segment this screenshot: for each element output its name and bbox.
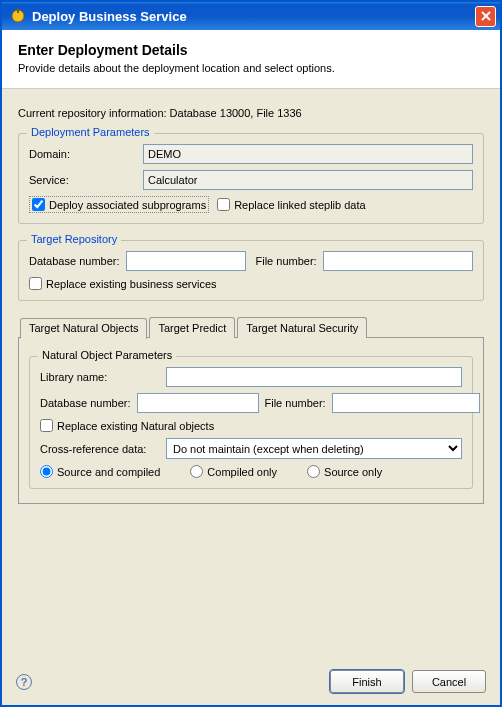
- natural-object-params-group: Natural Object Parameters Library name: …: [29, 356, 473, 489]
- page-title: Enter Deployment Details: [18, 42, 484, 58]
- radio-source-compiled-label: Source and compiled: [57, 466, 160, 478]
- target-file-label: File number:: [256, 255, 317, 267]
- app-icon: [10, 8, 26, 24]
- replace-steplib-checkbox[interactable]: Replace linked steplib data: [217, 198, 365, 211]
- target-db-label: Database number:: [29, 255, 120, 267]
- nat-db-label: Database number:: [40, 397, 131, 409]
- tab-panel-natural-objects: Natural Object Parameters Library name: …: [18, 337, 484, 504]
- cancel-button[interactable]: Cancel: [412, 670, 486, 693]
- nat-db-input[interactable]: [137, 393, 259, 413]
- page-subtitle: Provide details about the deployment loc…: [18, 62, 484, 74]
- footer-bar: ? Finish Cancel: [2, 662, 500, 705]
- tab-target-natural-objects[interactable]: Target Natural Objects: [20, 318, 147, 339]
- cross-ref-select[interactable]: Do not maintain (except when deleting): [166, 438, 462, 459]
- radio-source-compiled[interactable]: Source and compiled: [40, 465, 160, 478]
- library-input[interactable]: [166, 367, 462, 387]
- replace-natural-checkbox[interactable]: Replace existing Natural objects: [40, 419, 214, 432]
- radio-source-label: Source only: [324, 466, 382, 478]
- target-file-input[interactable]: [323, 251, 473, 271]
- target-repo-legend: Target Repository: [27, 233, 121, 245]
- nat-file-input[interactable]: [332, 393, 480, 413]
- target-db-input[interactable]: [126, 251, 246, 271]
- deploy-subprograms-checkbox[interactable]: Deploy associated subprograms: [32, 198, 206, 211]
- domain-label: Domain:: [29, 148, 137, 160]
- tab-target-natural-security[interactable]: Target Natural Security: [237, 317, 367, 338]
- svg-rect-1: [17, 9, 19, 13]
- natural-object-legend: Natural Object Parameters: [38, 349, 176, 361]
- tabs-container: Target Natural Objects Target Predict Ta…: [18, 317, 484, 514]
- tab-target-predict[interactable]: Target Predict: [149, 317, 235, 338]
- header-area: Enter Deployment Details Provide details…: [2, 30, 500, 89]
- domain-field[interactable]: [143, 144, 473, 164]
- target-repository-group: Target Repository Database number: File …: [18, 240, 484, 301]
- replace-steplib-label: Replace linked steplib data: [234, 199, 365, 211]
- close-icon: [480, 10, 492, 22]
- deployment-legend: Deployment Parameters: [27, 126, 154, 138]
- library-label: Library name:: [40, 371, 160, 383]
- finish-button[interactable]: Finish: [330, 670, 404, 693]
- replace-services-label: Replace existing business services: [46, 278, 217, 290]
- cross-ref-label: Cross-reference data:: [40, 443, 160, 455]
- close-button[interactable]: [475, 6, 496, 27]
- window-title: Deploy Business Service: [32, 9, 475, 24]
- help-icon[interactable]: ?: [16, 674, 32, 690]
- radio-source-only[interactable]: Source only: [307, 465, 382, 478]
- tab-strip: Target Natural Objects Target Predict Ta…: [18, 317, 484, 338]
- dialog-window: Deploy Business Service Enter Deployment…: [0, 0, 502, 707]
- deployment-parameters-group: Deployment Parameters Domain: Service: D…: [18, 133, 484, 224]
- nat-file-label: File number:: [265, 397, 326, 409]
- service-label: Service:: [29, 174, 137, 186]
- radio-compiled-label: Compiled only: [207, 466, 277, 478]
- replace-services-checkbox[interactable]: Replace existing business services: [29, 277, 217, 290]
- deploy-subprograms-label: Deploy associated subprograms: [49, 199, 206, 211]
- title-bar: Deploy Business Service: [2, 2, 500, 30]
- content-area: Current repository information: Database…: [2, 89, 500, 662]
- radio-compiled-only[interactable]: Compiled only: [190, 465, 277, 478]
- service-field[interactable]: [143, 170, 473, 190]
- replace-natural-label: Replace existing Natural objects: [57, 420, 214, 432]
- repository-info: Current repository information: Database…: [18, 107, 484, 119]
